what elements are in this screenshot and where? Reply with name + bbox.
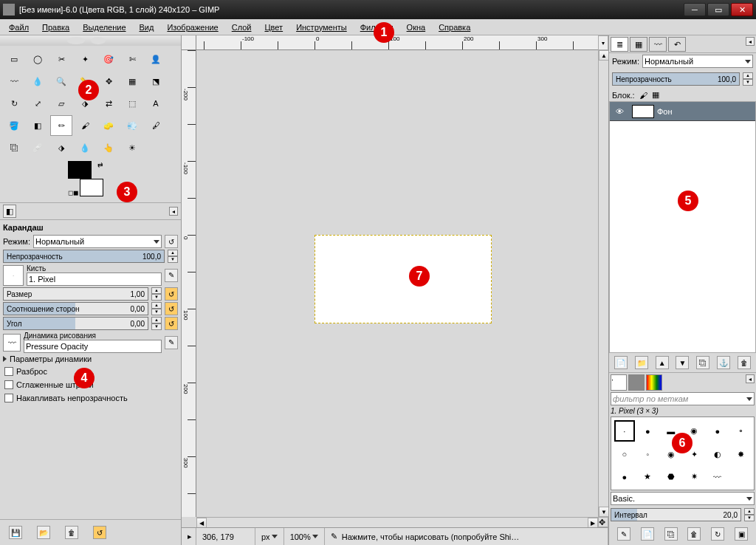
dynamics-preview[interactable]: 〰 <box>3 334 21 352</box>
close-button[interactable]: ✕ <box>731 3 753 16</box>
patterns-tab[interactable] <box>628 374 645 391</box>
fg-color-swatch[interactable] <box>68 161 92 179</box>
minimize-button[interactable]: ─ <box>684 3 706 16</box>
status-menu-icon[interactable]: ▸ <box>182 528 196 545</box>
menu-windows[interactable]: Окна <box>401 21 432 33</box>
layers-tab[interactable]: ≣ <box>611 37 628 52</box>
tool-paths[interactable]: 〰 <box>3 71 25 92</box>
layer-group-icon[interactable]: 📁 <box>635 356 648 369</box>
menu-tools[interactable]: Инструменты <box>290 21 353 33</box>
scroll-down-icon[interactable]: ▼ <box>599 507 608 517</box>
aspect-reset-icon[interactable]: ↺ <box>165 302 178 315</box>
visibility-toggle-icon[interactable]: 👁 <box>610 107 629 116</box>
brush-item[interactable]: ● <box>638 420 659 442</box>
size-slider[interactable]: Размер 1,00 <box>3 287 148 301</box>
mode-select[interactable]: Нормальный <box>33 235 162 248</box>
maximize-button[interactable]: ▭ <box>707 3 729 16</box>
opacity-stepper[interactable]: ▲▼ <box>168 250 178 263</box>
tool-free-select[interactable]: ✂ <box>50 49 72 69</box>
channels-tab[interactable]: ▦ <box>630 37 647 52</box>
tool-blend[interactable]: ◧ <box>27 115 49 136</box>
new-brush-icon[interactable]: 📄 <box>641 527 654 541</box>
tool-bucket[interactable]: 🪣 <box>3 115 25 136</box>
menu-image[interactable]: Изображение <box>161 21 224 33</box>
brush-item[interactable]: 〰 <box>707 467 728 487</box>
tool-eraser[interactable]: 🧽 <box>97 115 120 136</box>
anchor-layer-icon[interactable]: ⚓ <box>717 356 730 369</box>
delete-options-icon[interactable]: 🗑 <box>65 526 78 539</box>
brush-item[interactable]: ● <box>707 420 728 442</box>
scroll-left-icon[interactable]: ◀ <box>196 518 207 527</box>
brush-preview[interactable]: · <box>3 265 24 286</box>
layer-opacity-slider[interactable]: Непрозрачность 100,0 <box>612 72 740 86</box>
tool-zoom[interactable]: 🔍 <box>50 71 72 92</box>
navigation-icon[interactable]: ✥ <box>598 517 608 527</box>
brush-item[interactable]: ⬣ <box>661 467 681 487</box>
menu-help[interactable]: Справка <box>433 21 476 33</box>
tool-perspective-clone[interactable]: ⬗ <box>50 137 72 158</box>
reset-options-icon[interactable]: ↺ <box>93 526 106 539</box>
save-options-icon[interactable]: 💾 <box>9 526 22 539</box>
scroll-up-icon[interactable]: ▲ <box>599 50 608 61</box>
brush-edit-icon[interactable]: ✎ <box>617 527 630 541</box>
brush-item[interactable]: ∘ <box>731 420 752 442</box>
brush-edit-icon[interactable]: ✎ <box>165 269 178 282</box>
brush-filter[interactable]: фильтр по меткам <box>611 392 755 405</box>
accumulate-opacity-checkbox[interactable]: Накапливать непрозрачность <box>3 391 178 405</box>
menu-edit[interactable]: Правка <box>36 21 75 33</box>
bg-color-swatch[interactable] <box>80 179 103 196</box>
menu-view[interactable]: Вид <box>134 21 160 33</box>
tool-fuzzy-select[interactable]: ✦ <box>74 49 96 69</box>
tool-rect-select[interactable]: ▭ <box>3 49 25 69</box>
angle-slider[interactable]: Угол 0,00 <box>3 317 148 330</box>
brush-item[interactable]: ● <box>614 467 635 487</box>
menu-layer[interactable]: Слой <box>226 21 258 33</box>
tool-smudge[interactable]: 👆 <box>97 137 120 158</box>
angle-stepper[interactable]: ▲▼ <box>151 317 162 330</box>
new-layer-icon[interactable]: 📄 <box>614 356 628 369</box>
delete-layer-icon[interactable]: 🗑 <box>738 356 751 369</box>
tool-ink[interactable]: 🖋 <box>145 115 167 136</box>
tool-color-picker[interactable]: 💧 <box>27 71 49 92</box>
aspect-stepper[interactable]: ▲▼ <box>151 302 162 315</box>
default-colors-icon[interactable]: ◻◼ <box>68 189 78 196</box>
brush-item[interactable]: ◦ <box>638 445 659 464</box>
brush-item[interactable]: ✷ <box>684 467 705 487</box>
menu-file[interactable]: Файл <box>3 21 35 33</box>
undo-tab[interactable]: ↶ <box>668 37 686 52</box>
tool-text[interactable]: A <box>145 93 167 114</box>
dock-menu-lower-icon[interactable]: ◂ <box>746 374 755 383</box>
scrollbar-horizontal[interactable]: ◀ ▶ <box>196 517 598 527</box>
canvas[interactable] <box>315 235 492 323</box>
ruler-origin[interactable] <box>182 35 196 50</box>
brush-grid[interactable]: · ● ▬ ◉ ● ∘ ○ ◦ ◉ ✦ ◐ ✸ ● ★ ⬣ ✷ 〰 <box>611 417 755 490</box>
ruler-vertical[interactable]: -200-1000100200300400 <box>182 50 196 517</box>
swap-colors-icon[interactable]: ⇄ <box>97 161 103 168</box>
brush-select[interactable]: 1. Pixel <box>27 272 162 286</box>
tool-flip[interactable]: ⇄ <box>97 93 120 114</box>
lock-pixels-icon[interactable]: 🖌 <box>639 91 647 100</box>
scroll-right-icon[interactable]: ▶ <box>588 518 598 527</box>
tool-cage[interactable]: ⬚ <box>121 93 143 114</box>
tool-airbrush[interactable]: 💨 <box>121 115 143 136</box>
delete-brush-icon[interactable]: 🗑 <box>687 527 701 541</box>
open-as-image-icon[interactable]: ▣ <box>735 527 748 541</box>
duplicate-brush-icon[interactable]: ⿻ <box>664 527 678 541</box>
size-stepper[interactable]: ▲▼ <box>151 287 162 301</box>
zoom-select[interactable]: 100% <box>284 528 325 545</box>
layer-opacity-stepper[interactable]: ▲▼ <box>743 72 753 86</box>
layer-row[interactable]: 👁 Фон <box>610 102 755 121</box>
tool-align[interactable]: ▦ <box>121 71 143 92</box>
opacity-slider[interactable]: Непрозрачность 100,0 <box>3 250 165 263</box>
dock-menu-upper-icon[interactable]: ◂ <box>746 37 755 46</box>
tool-dodge[interactable]: ☀ <box>121 137 143 158</box>
tool-move[interactable]: ✥ <box>97 71 120 92</box>
duplicate-layer-icon[interactable]: ⿻ <box>696 356 709 369</box>
lower-layer-icon[interactable]: ▼ <box>676 356 689 369</box>
dynamics-params-expander[interactable]: Параметры динамики <box>3 354 178 363</box>
paths-tab[interactable]: 〰 <box>649 37 667 52</box>
raise-layer-icon[interactable]: ▲ <box>656 356 669 369</box>
mode-reset-icon[interactable]: ↺ <box>165 235 178 248</box>
tool-ellipse-select[interactable]: ◯ <box>27 49 49 69</box>
brushes-tab[interactable]: · <box>611 374 627 391</box>
